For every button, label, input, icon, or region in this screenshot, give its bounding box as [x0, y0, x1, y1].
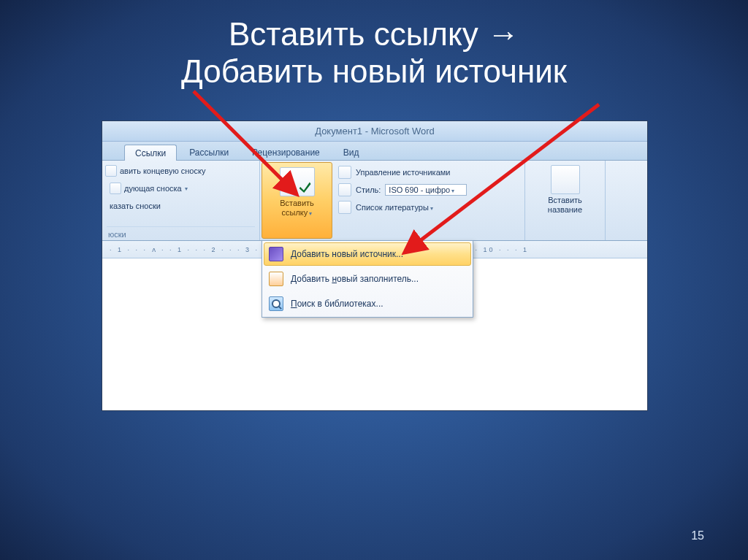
- title-line2: Добавить новый источник: [181, 53, 567, 89]
- slide-page-number: 15: [691, 529, 704, 542]
- placeholder-icon: [269, 272, 283, 286]
- style-select[interactable]: ISO 690 - цифро: [385, 184, 467, 196]
- endnote-icon: [105, 165, 117, 177]
- menu-add-placeholder-label: Добавить новый заполнитель...: [291, 274, 419, 284]
- menu-add-source-label: Добавить новый источник...: [291, 249, 403, 259]
- style-icon: [338, 183, 351, 196]
- ribbon: авить концевую сноску дующая сноска каза…: [102, 161, 647, 241]
- style-label: Стиль:: [356, 185, 381, 194]
- group-citations: Управление источниками Стиль: ISO 690 - …: [334, 161, 525, 240]
- next-footnote-icon: [110, 183, 121, 194]
- insert-endnote-label: авить концевую сноску: [120, 166, 205, 175]
- menu-search-libraries[interactable]: Поиск в библиотеках...: [264, 292, 471, 315]
- manage-sources-icon: [338, 166, 351, 179]
- group-captions: Вставить название: [525, 161, 606, 240]
- title-line1: Вставить ссылку →: [229, 16, 519, 52]
- insert-citation-label: Вставить ссылку: [280, 196, 314, 218]
- insert-caption-button[interactable]: Вставить название: [548, 196, 582, 215]
- insert-citation-button[interactable]: Вставить ссылку: [262, 162, 332, 239]
- bibliography-button[interactable]: Список литературы: [356, 203, 433, 212]
- footnotes-group-label: юски: [107, 226, 255, 239]
- show-notes-label: казать сноски: [110, 202, 161, 210]
- insert-citation-icon: [280, 167, 315, 196]
- next-footnote-label: дующая сноска: [124, 184, 182, 193]
- insert-citation-menu: Добавить новый источник... Добавить новы…: [262, 240, 473, 318]
- group-footnotes: авить концевую сноску дующая сноска каза…: [102, 161, 260, 240]
- tab-mailings[interactable]: Рассылки: [178, 144, 240, 160]
- tab-review[interactable]: Рецензирование: [241, 144, 331, 160]
- insert-caption-icon: [551, 165, 580, 194]
- next-footnote-button[interactable]: дующая сноска: [107, 181, 191, 196]
- insert-endnote-button[interactable]: авить концевую сноску: [102, 164, 208, 178]
- window-title: Документ1 - Microsoft Word: [315, 126, 435, 137]
- ribbon-tabs: Ссылки Рассылки Рецензирование Вид: [102, 142, 647, 161]
- menu-search-label: Поиск в библиотеках...: [291, 299, 383, 309]
- show-notes-button[interactable]: казать сноски: [107, 200, 164, 212]
- slide-title: Вставить ссылку → Добавить новый источни…: [0, 0, 748, 90]
- tab-links[interactable]: Ссылки: [124, 145, 177, 161]
- search-icon: [269, 296, 283, 311]
- window-titlebar: Документ1 - Microsoft Word: [102, 121, 647, 142]
- tab-view[interactable]: Вид: [332, 144, 370, 160]
- bibliography-icon: [338, 201, 351, 214]
- menu-add-new-source[interactable]: Добавить новый источник...: [264, 242, 471, 266]
- book-icon: [269, 247, 283, 261]
- manage-sources-button[interactable]: Управление источниками: [356, 168, 450, 177]
- menu-add-new-placeholder[interactable]: Добавить новый заполнитель...: [264, 267, 471, 291]
- word-screenshot: Документ1 - Microsoft Word Ссылки Рассыл…: [102, 120, 648, 411]
